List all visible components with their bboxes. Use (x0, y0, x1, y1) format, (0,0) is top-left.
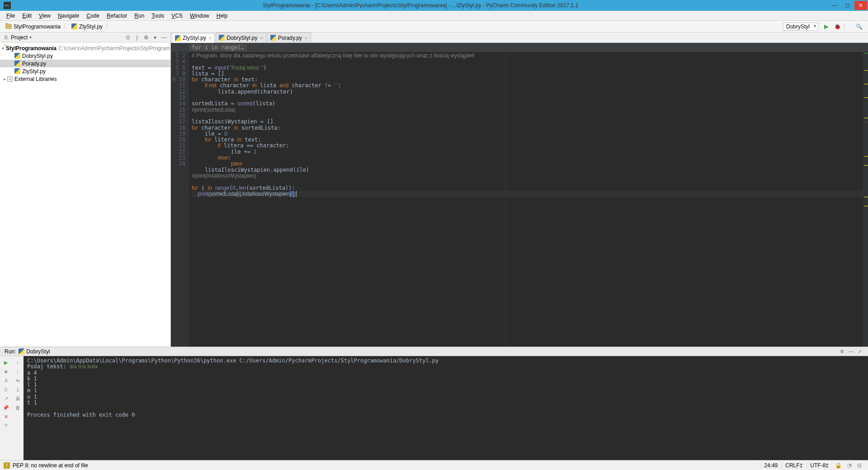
divider (844, 23, 852, 30)
menu-help[interactable]: Help (213, 12, 231, 20)
folder-icon (5, 24, 12, 29)
rerun-button[interactable]: ▶ (2, 358, 10, 367)
code-editor[interactable]: # Program, który dla zadanego tekstu prz… (189, 52, 863, 347)
breadcrumb-label: ZlyStyl.py (79, 24, 103, 30)
menu-vcs[interactable]: VCS (168, 12, 186, 20)
pin-icon[interactable]: ⎘ (3, 34, 9, 41)
tree-label: StylProgramowania (6, 45, 57, 52)
line-separator[interactable]: CRLF‡ (781, 462, 806, 469)
tree-label: External Libraries (14, 76, 57, 82)
settings-icon[interactable]: ⚙ (838, 349, 845, 354)
chevron-right-icon: 〉 (62, 23, 70, 30)
python-file-icon (14, 61, 20, 66)
app-icon: PC (4, 2, 11, 9)
editor-tab[interactable]: DobryStyl.py× (216, 33, 266, 42)
tab-label: ZlyStyl.py (183, 35, 206, 41)
tab-label: DobryStyl.py (226, 35, 257, 41)
breadcrumb-root[interactable]: StylProgramowania (4, 24, 62, 30)
window-title: StylProgramowania - [C:\Users\Admin\Pych… (14, 2, 828, 9)
up-button[interactable]: ↑ (14, 358, 22, 367)
collapse-all-button[interactable]: ⊙ (124, 34, 132, 41)
status-bar: ! PEP 8: no newline at end of file 24:49… (0, 460, 868, 470)
tree-root[interactable]: ▾ StylProgramowania C:\Users\Admin\Pycha… (0, 44, 170, 52)
console-output[interactable]: C:\Users\Admin\AppData\Local\Programs\Py… (24, 356, 868, 460)
tree-file[interactable]: ZlyStyl.py (0, 67, 170, 75)
project-panel-header: ⎘ Project ▾ ⊙ | ⚙ ▾ — (0, 33, 170, 42)
chevron-right-icon: 〉 (104, 23, 112, 30)
help-button[interactable]: ? (2, 422, 10, 430)
code-area[interactable]: 1 2 3 4 5 6 7 8 9 10 11 12 13 14 15 16 1… (171, 52, 868, 347)
hide-button[interactable]: — (160, 34, 168, 41)
margin-guide (505, 52, 506, 347)
search-button[interactable]: 🔍 (855, 23, 863, 31)
close-tab-icon[interactable]: × (260, 35, 263, 41)
print-button[interactable]: 🖶 (14, 395, 22, 403)
python-file-icon (270, 35, 276, 41)
tree-file[interactable]: DobryStyl.py (0, 52, 170, 60)
close-tab-icon[interactable]: × (305, 35, 307, 41)
editor-tab[interactable]: Porady.py× (267, 33, 311, 42)
close-tab-icon[interactable]: × (209, 35, 212, 41)
menu-window[interactable]: Window (186, 12, 213, 20)
python-file-icon (14, 68, 20, 74)
menu-file[interactable]: File (3, 12, 19, 20)
tree-file[interactable]: Porady.py (0, 60, 170, 67)
breadcrumb-file[interactable]: ZlyStyl.py (70, 24, 104, 30)
debug-button[interactable]: 🐞 (833, 23, 841, 31)
dump-button[interactable]: ⎘ (2, 385, 10, 394)
expand-icon[interactable]: ▸ (2, 77, 7, 81)
run-config-selector[interactable]: DobryStyl (783, 23, 818, 31)
soft-wrap-button[interactable]: ⇋ (14, 376, 22, 385)
project-tree[interactable]: ▾ StylProgramowania C:\Users\Admin\Pycha… (0, 42, 170, 347)
inspector-icon[interactable]: ◔ (844, 462, 854, 469)
expand-icon[interactable]: ▾ (2, 46, 4, 51)
maximize-button[interactable]: ◻ (841, 1, 854, 10)
run-label: Run: (5, 348, 16, 355)
tree-label: ZlyStyl.py (22, 68, 46, 75)
close-button[interactable]: ✕ (2, 413, 10, 421)
clear-button[interactable]: 🗑 (14, 404, 22, 412)
minimize-panel-button[interactable]: — (847, 349, 854, 354)
pause-button[interactable]: ⏸ (2, 376, 10, 385)
warning-icon[interactable]: ! (4, 462, 10, 469)
restore-panel-button[interactable]: ⤢ (856, 349, 863, 354)
breadcrumb-label: StylProgramowania (14, 24, 61, 30)
code-breadcrumb[interactable]: for i in range(… (189, 44, 247, 51)
minimize-button[interactable]: — (828, 1, 841, 10)
down-button[interactable]: ↓ (14, 367, 22, 376)
run-toolbar: ▶ ■ ⏸ ⎘ ↗ 📌 ✕ ? ↑ ↓ ⇋ ⤓ 🖶 🗑 (0, 356, 24, 460)
editor-tab[interactable]: ZlyStyl.py× (172, 33, 215, 43)
restore-layout-button[interactable]: ↗ (2, 395, 10, 403)
tab-label: Porady.py (278, 35, 302, 41)
settings-icon[interactable]: ⚙ (142, 34, 150, 41)
menu-refactor[interactable]: Refactor (103, 12, 131, 20)
menu-view[interactable]: View (35, 12, 54, 20)
dropdown-icon[interactable]: ▾ (151, 34, 159, 41)
python-file-icon (175, 35, 181, 41)
python-file-icon (14, 53, 20, 59)
menu-code[interactable]: Code (83, 12, 103, 20)
python-file-icon (19, 348, 24, 354)
tree-external-libs[interactable]: ▸ External Libraries (0, 75, 170, 83)
lock-icon[interactable]: 🔒 (832, 462, 844, 469)
run-config-label: DobryStyl (19, 348, 50, 355)
tree-label: DobryStyl.py (22, 53, 53, 59)
menu-tools[interactable]: Tools (148, 12, 168, 20)
menu-edit[interactable]: Edit (19, 12, 35, 20)
menu-run[interactable]: Run (131, 12, 148, 20)
menu-bar: FileEditViewNavigateCodeRefactorRunTools… (0, 11, 868, 21)
menu-navigate[interactable]: Navigate (54, 12, 83, 20)
cursor-position[interactable]: 24:49 (760, 462, 781, 469)
pin-tab-button[interactable]: 📌 (2, 404, 10, 412)
trash-icon[interactable]: ⊟ (854, 462, 864, 469)
run-button[interactable]: ▶ (822, 23, 830, 31)
close-button[interactable]: ✕ (854, 1, 867, 10)
run-panel-header: Run: DobryStyl ⚙ — ⤢ (0, 347, 868, 356)
file-encoding[interactable]: UTF-8‡ (806, 462, 832, 469)
project-panel: ⎘ Project ▾ ⊙ | ⚙ ▾ — ▾ StylProgramowani… (0, 33, 171, 347)
stop-button[interactable]: ■ (2, 367, 10, 376)
error-stripe[interactable] (863, 52, 868, 347)
dropdown-icon[interactable]: ▾ (29, 35, 32, 40)
scroll-end-button[interactable]: ⤓ (14, 385, 22, 394)
tree-label: Porady.py (22, 61, 46, 67)
